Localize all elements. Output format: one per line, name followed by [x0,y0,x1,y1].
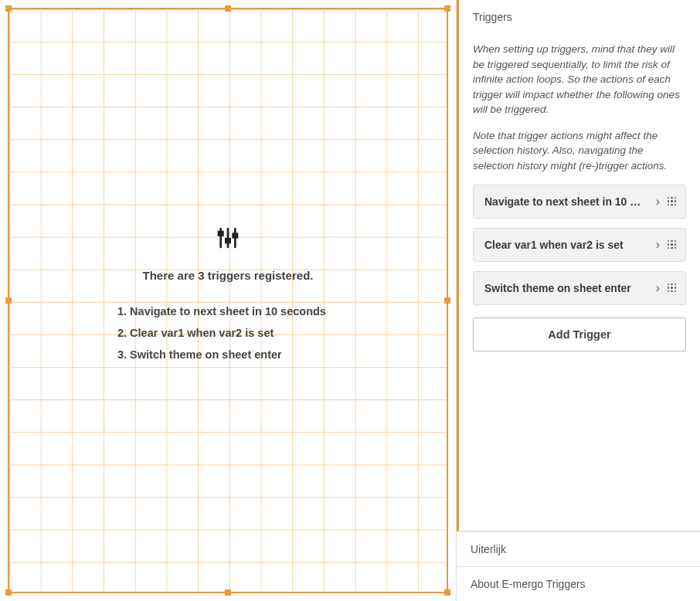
resize-handle-bottom-mid[interactable] [225,589,231,596]
section-appearance[interactable]: Uiterlijk [457,531,700,566]
svg-rect-3 [219,232,223,236]
help-text-1: When setting up triggers, mind that they… [473,42,686,117]
summary-text: There are 3 triggers registered. [143,269,314,282]
list-item-label: Clear var1 when var2 is set [130,327,274,339]
collapsed-sections: Uiterlijk About E-mergo Triggers [457,531,700,601]
trigger-card[interactable]: Navigate to next sheet in 10 … › [473,185,686,219]
section-body-triggers: When setting up triggers, mind that they… [459,34,700,531]
section-header-about: About E-mergo Triggers [457,567,700,601]
svg-rect-4 [226,239,229,243]
canvas-area: There are 3 triggers registered. 1.Navig… [0,0,456,601]
trigger-list: 1.Navigate to next sheet in 10 seconds 2… [117,305,326,370]
list-item-label: Navigate to next sheet in 10 seconds [130,305,326,317]
svg-rect-5 [233,234,237,238]
trigger-card-label: Navigate to next sheet in 10 … [484,195,651,208]
trigger-card-label: Switch theme on sheet enter [484,282,651,294]
properties-panel: Triggers When setting up triggers, mind … [456,0,700,601]
drag-handle-icon[interactable] [666,195,678,207]
resize-handle-bottom-left[interactable] [5,589,12,596]
sliders-icon [216,226,240,253]
resize-handle-bottom-right[interactable] [444,589,450,596]
section-header-triggers[interactable]: Triggers [459,0,700,34]
selected-object-frame[interactable]: There are 3 triggers registered. 1.Navig… [8,8,448,593]
help-text-2: Note that trigger actions might affect t… [473,128,686,174]
resize-handle-top-mid[interactable] [225,5,231,12]
list-item: 2.Clear var1 when var2 is set [117,327,326,339]
list-item: 1.Navigate to next sheet in 10 seconds [117,305,326,317]
resize-handle-top-right[interactable] [444,5,450,12]
trigger-card[interactable]: Switch theme on sheet enter › [473,271,686,305]
object-content: There are 3 triggers registered. 1.Navig… [9,226,447,370]
trigger-card[interactable]: Clear var1 when var2 is set › [473,228,686,262]
chevron-right-icon: › [656,238,660,252]
drag-handle-icon[interactable] [666,239,678,250]
trigger-card-label: Clear var1 when var2 is set [484,239,651,251]
drag-handle-icon[interactable] [666,282,678,294]
section-triggers: Triggers When setting up triggers, mind … [457,0,700,531]
list-item-label: Switch theme on sheet enter [130,348,282,361]
list-item: 3.Switch theme on sheet enter [117,348,326,361]
section-about[interactable]: About E-mergo Triggers [457,566,700,601]
add-trigger-button[interactable]: Add Trigger [473,317,686,351]
chevron-right-icon: › [656,281,660,295]
resize-handle-top-left[interactable] [5,5,12,12]
section-header-appearance: Uiterlijk [457,532,700,566]
chevron-right-icon: › [656,195,660,209]
